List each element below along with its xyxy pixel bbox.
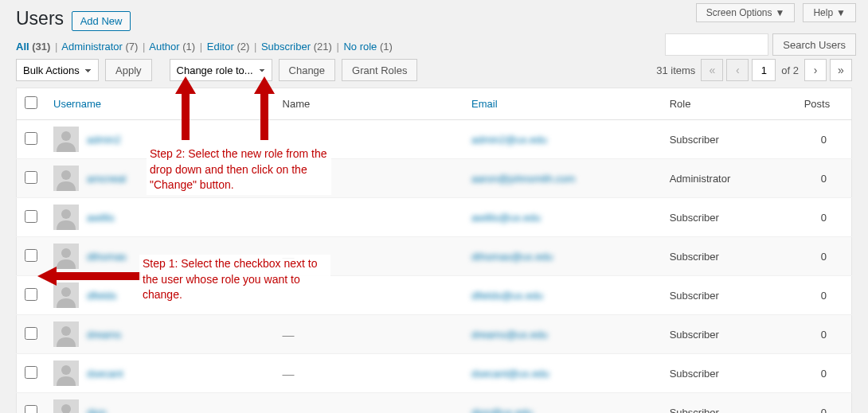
row-checkbox[interactable] [25, 210, 37, 223]
posts-cell: 0 [796, 354, 852, 393]
username-link[interactable]: dsecant [87, 368, 123, 380]
row-checkbox[interactable] [25, 405, 37, 414]
of-pages: of 2 [781, 64, 799, 76]
posts-cell: 0 [796, 159, 852, 198]
filter-administrator[interactable]: Administrator (7) [61, 41, 138, 53]
avatar [53, 166, 79, 191]
username-link[interactable]: admin2 [87, 134, 121, 146]
row-checkbox[interactable] [25, 171, 37, 184]
table-row: amcnealaaron@johnsmith.comAdministrator0 [17, 159, 852, 198]
posts-cell: 0 [796, 276, 852, 315]
row-checkbox[interactable] [25, 366, 37, 379]
search-input[interactable] [665, 33, 768, 56]
row-checkbox[interactable] [25, 132, 37, 145]
users-table: Username Name Email Role Posts admin2adm… [16, 88, 852, 413]
col-username-header[interactable]: Username [53, 98, 101, 110]
caret-down-icon: ▼ [836, 7, 846, 18]
filter-no-role[interactable]: No role (1) [343, 41, 392, 53]
email-link[interactable]: dreams@ux.edu [471, 329, 548, 341]
table-row: dreams—dreams@ux.eduSubscriber0 [17, 315, 852, 354]
apply-button[interactable]: Apply [105, 59, 152, 81]
role-cell: Subscriber [662, 354, 796, 393]
items-count: 31 items [656, 64, 695, 76]
next-page-button[interactable]: › [804, 59, 827, 81]
username-link[interactable]: awillis [87, 212, 115, 224]
annotation-arrow-2a [175, 76, 196, 142]
role-cell: Administrator [662, 159, 796, 198]
table-row: dsecant—dsecant@ux.eduSubscriber0 [17, 354, 852, 393]
avatar [53, 399, 79, 413]
email-link[interactable]: dfields@ux.edu [471, 290, 543, 302]
email-link[interactable]: awillis@ux.edu [471, 212, 541, 224]
screen-options-button[interactable]: Screen Options▼ [696, 3, 796, 22]
role-cell: Subscriber [662, 393, 796, 414]
page-title: Users [16, 8, 64, 29]
username-link[interactable]: dfields [87, 290, 117, 302]
posts-cell: 0 [796, 315, 852, 354]
role-cell: Subscriber [662, 237, 796, 276]
filter-all[interactable]: All (31) [16, 41, 50, 53]
svg-marker-17 [254, 76, 275, 140]
prev-page-button[interactable]: ‹ [726, 59, 749, 81]
col-email-header[interactable]: Email [471, 98, 498, 110]
change-button[interactable]: Change [279, 59, 336, 81]
email-link[interactable]: aaron@johnsmith.com [471, 173, 575, 185]
annotation-arrow-2b [254, 76, 275, 142]
filter-author[interactable]: Author (1) [149, 41, 195, 53]
username-link[interactable]: dreams [87, 329, 121, 341]
svg-point-9 [61, 287, 71, 297]
name-dash: — [283, 328, 295, 341]
svg-point-13 [61, 365, 71, 375]
email-link[interactable]: dsecant@ux.edu [471, 368, 549, 380]
posts-cell: 0 [796, 198, 852, 237]
svg-marker-18 [37, 267, 141, 286]
email-link[interactable]: dthomas@ux.edu [471, 251, 553, 263]
username-link[interactable]: djon [87, 407, 107, 414]
first-page-button[interactable]: « [701, 59, 723, 81]
name-dash: — [283, 367, 295, 380]
username-link[interactable]: dthomas [87, 251, 127, 263]
annotation-step2: Step 2: Select the new role from the dro… [147, 145, 331, 195]
table-row: djon—djon@ux.eduSubscriber0 [17, 393, 852, 414]
last-page-button[interactable]: » [830, 59, 852, 81]
pagination: 31 items « ‹ of 2 › » [654, 59, 852, 81]
annotation-step1: Step 1: Select the checkbox next to the … [139, 255, 330, 305]
add-new-button[interactable]: Add New [72, 11, 131, 31]
email-link[interactable]: admin2@ux.edu [471, 134, 547, 146]
grant-roles-button[interactable]: Grant Roles [342, 59, 417, 81]
table-row: awillisawillis@ux.eduSubscriber0 [17, 198, 852, 237]
svg-point-5 [61, 209, 71, 219]
filter-subscriber[interactable]: Subscriber (21) [261, 41, 332, 53]
help-label: Help [813, 7, 833, 18]
svg-point-3 [61, 170, 71, 180]
svg-point-1 [61, 131, 71, 141]
svg-marker-16 [175, 76, 196, 140]
select-all-checkbox[interactable] [25, 96, 37, 109]
help-button[interactable]: Help▼ [803, 3, 856, 22]
avatar [53, 321, 79, 347]
avatar [53, 205, 79, 230]
username-link[interactable]: amcneal [87, 173, 126, 185]
row-checkbox[interactable] [25, 327, 37, 340]
search-users-button[interactable]: Search Users [772, 33, 856, 56]
col-role-header: Role [662, 88, 796, 120]
bulk-actions-select[interactable]: Bulk Actions [16, 59, 99, 81]
avatar [53, 360, 79, 386]
role-cell: Subscriber [662, 198, 796, 237]
current-page-input[interactable] [752, 59, 776, 81]
screen-options-label: Screen Options [706, 7, 772, 18]
email-link[interactable]: djon@ux.edu [471, 407, 533, 414]
table-row: admin2admin2@ux.eduSubscriber0 [17, 120, 852, 159]
posts-cell: 0 [796, 237, 852, 276]
avatar [53, 127, 79, 152]
name-dash: — [283, 406, 295, 414]
posts-cell: 0 [796, 393, 852, 414]
role-cell: Subscriber [662, 276, 796, 315]
filter-editor[interactable]: Editor (2) [207, 41, 249, 53]
row-checkbox[interactable] [25, 288, 37, 301]
posts-cell: 0 [796, 120, 852, 159]
col-posts-header: Posts [796, 88, 852, 120]
row-checkbox[interactable] [25, 249, 37, 262]
annotation-arrow-1 [37, 267, 141, 288]
role-cell: Subscriber [662, 120, 796, 159]
